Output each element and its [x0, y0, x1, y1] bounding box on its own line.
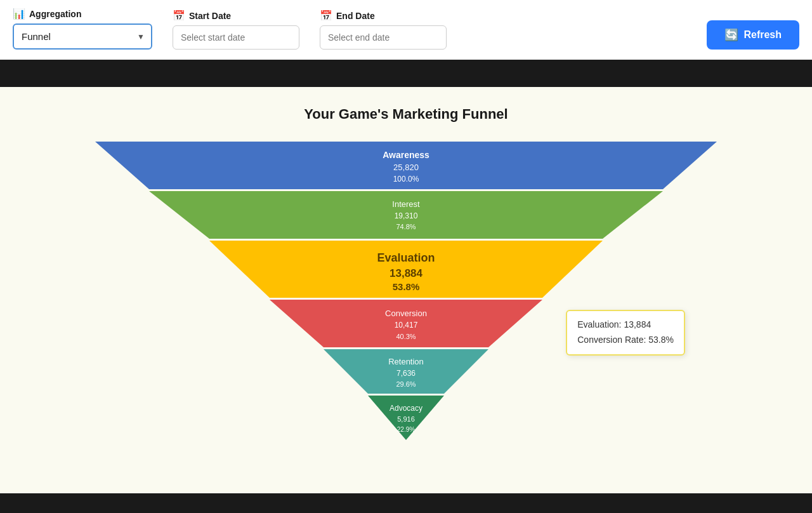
- retention-percent: 29.6%: [396, 380, 416, 388]
- start-date-label: 📅 Start Date: [173, 10, 299, 22]
- funnel-svg: Awareness 25,820 100.0% Interest 19,310 …: [95, 142, 717, 459]
- end-date-icon: 📅: [320, 10, 332, 22]
- interest-label: Interest: [392, 199, 420, 209]
- aggregation-label: 📊 Aggregation: [13, 8, 152, 20]
- advocacy-percent: 22.9%: [397, 426, 415, 433]
- end-date-group: 📅 End Date: [320, 10, 447, 50]
- retention-value: 7,636: [396, 369, 416, 378]
- evaluation-label: Evaluation: [377, 251, 435, 264]
- main-content: Your Game's Marketing Funnel Awareness 2…: [0, 87, 812, 493]
- header-bar: 📊 Aggregation Funnel Daily Weekly Monthl…: [0, 0, 812, 62]
- conversion-percent: 40.3%: [396, 333, 416, 340]
- end-date-input[interactable]: [320, 25, 447, 50]
- aggregation-icon: 📊: [13, 8, 25, 20]
- refresh-icon: 🔄: [724, 28, 738, 42]
- tooltip-label: Evaluation: 13,884: [577, 317, 674, 333]
- conversion-label: Conversion: [385, 309, 427, 318]
- interest-value: 19,310: [395, 211, 418, 220]
- refresh-button[interactable]: 🔄 Refresh: [707, 20, 799, 50]
- funnel-tooltip: Evaluation: 13,884 Conversion Rate: 53.8…: [566, 310, 685, 356]
- end-date-label: 📅 End Date: [320, 10, 447, 22]
- awareness-label: Awareness: [383, 150, 429, 160]
- awareness-value: 25,820: [393, 163, 419, 172]
- evaluation-value: 13,884: [390, 267, 423, 279]
- evaluation-percent: 53.8%: [393, 281, 420, 292]
- aggregation-select[interactable]: Funnel Daily Weekly Monthly: [13, 23, 152, 50]
- start-date-input[interactable]: [173, 25, 299, 50]
- chart-title: Your Game's Marketing Funnel: [25, 106, 787, 123]
- awareness-percent: 100.0%: [393, 175, 419, 183]
- aggregation-select-wrapper[interactable]: Funnel Daily Weekly Monthly: [13, 23, 152, 50]
- retention-label: Retention: [388, 357, 424, 366]
- conversion-value: 10,417: [395, 321, 418, 330]
- interest-percent: 74.8%: [396, 223, 416, 230]
- start-date-group: 📅 Start Date: [173, 10, 299, 50]
- dark-strip: [0, 62, 812, 87]
- funnel-container: Awareness 25,820 100.0% Interest 19,310 …: [25, 142, 787, 459]
- advocacy-label: Advocacy: [390, 404, 422, 413]
- tooltip-rate: Conversion Rate: 53.8%: [577, 333, 674, 348]
- start-date-icon: 📅: [173, 10, 185, 22]
- advocacy-value: 5,916: [397, 415, 415, 423]
- aggregation-group: 📊 Aggregation Funnel Daily Weekly Monthl…: [13, 8, 152, 50]
